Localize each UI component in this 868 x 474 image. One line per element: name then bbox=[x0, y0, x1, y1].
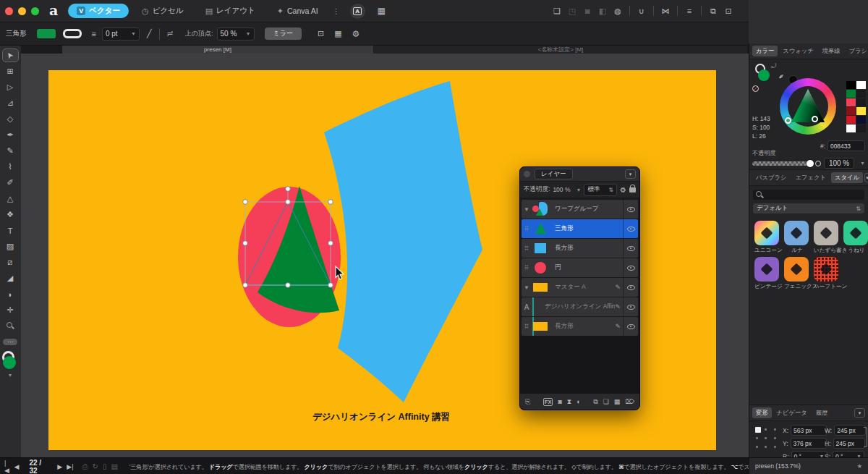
layers-panel-header[interactable]: レイヤー ▼ bbox=[520, 167, 639, 182]
style-item[interactable]: いたずら書き bbox=[814, 221, 840, 254]
panel-menu-chevron-icon[interactable]: ▼ bbox=[625, 169, 636, 179]
opacity-value[interactable]: 100 % bbox=[553, 186, 570, 193]
stroke-width-input[interactable]: 0 pt▼ bbox=[102, 27, 140, 41]
style-swatch[interactable] bbox=[784, 257, 809, 282]
swatch[interactable] bbox=[846, 116, 856, 124]
blend-mode-select[interactable]: 標準⇅ bbox=[584, 184, 617, 196]
style-swatch[interactable] bbox=[814, 257, 838, 282]
panel-close-icon[interactable] bbox=[524, 171, 530, 177]
panel-menu-chevron-icon[interactable]: ▼ bbox=[864, 173, 868, 182]
layer-row-circle[interactable]: ⠿ 円 bbox=[522, 258, 638, 277]
style-item[interactable]: ユニコーン bbox=[754, 221, 780, 254]
delete-layer-button[interactable]: ⌦ bbox=[625, 398, 634, 405]
shape-tool[interactable]: △ bbox=[3, 192, 18, 205]
vector-brush-tool[interactable]: ⌇ bbox=[3, 161, 18, 173]
w-input[interactable]: 245 px bbox=[834, 425, 866, 436]
last-page-button[interactable]: ▶| bbox=[67, 463, 73, 470]
device-preview-icon[interactable]: ▯ bbox=[103, 462, 107, 470]
fill-tool[interactable]: ◢ bbox=[3, 272, 18, 284]
handle-bottom-right[interactable] bbox=[328, 283, 333, 288]
layer-row-triangle[interactable]: ⠿ 三角形 bbox=[522, 219, 638, 238]
swatch[interactable] bbox=[856, 90, 866, 98]
boolean-intersect-button[interactable]: ◙ bbox=[580, 7, 595, 15]
style-swatch[interactable] bbox=[784, 221, 809, 245]
boolean-add-button[interactable]: ❏ bbox=[550, 7, 564, 16]
tab-color[interactable]: カラー bbox=[752, 46, 778, 56]
tab-swatches[interactable]: スウォッチ bbox=[779, 46, 817, 56]
new-pixel-layer-button[interactable]: ▦ bbox=[614, 398, 621, 405]
drag-handle-icon[interactable]: ⠿ bbox=[522, 323, 532, 330]
style-swatch[interactable] bbox=[754, 257, 779, 282]
style-item[interactable]: ルナ bbox=[784, 221, 810, 254]
color-wheel-triangle[interactable] bbox=[790, 88, 826, 124]
pen-tool[interactable]: ✒ bbox=[3, 129, 18, 141]
boolean-divide-button[interactable]: ◧ bbox=[595, 7, 610, 16]
persona-tab-vector[interactable]: V ベクター bbox=[68, 4, 129, 18]
flip-horizontal-button[interactable]: ⋈ bbox=[658, 7, 673, 16]
swatch[interactable] bbox=[846, 98, 856, 106]
previous-page-button[interactable]: ◀ bbox=[14, 463, 20, 470]
translate-button[interactable]: A bbox=[350, 4, 365, 19]
stack-view-icon[interactable]: ▤ bbox=[111, 462, 117, 470]
style-swatch[interactable] bbox=[754, 221, 779, 245]
shape-builder-tool[interactable]: ❖ bbox=[3, 208, 18, 221]
swatch[interactable] bbox=[846, 124, 856, 132]
snapping-button[interactable]: ∪ bbox=[634, 7, 649, 16]
swatch[interactable] bbox=[856, 107, 866, 115]
tab-effects[interactable]: エフェクト bbox=[791, 172, 829, 183]
tab-path-brushes[interactable]: パスブラシ bbox=[752, 172, 790, 183]
contour-tool[interactable]: ⊿ bbox=[3, 97, 18, 109]
handle-mid-right[interactable] bbox=[328, 241, 333, 246]
x-input[interactable]: 563 px bbox=[791, 425, 827, 436]
style-item[interactable]: ビンテージ bbox=[754, 257, 780, 290]
style-item[interactable]: ハーフトーン bbox=[814, 257, 840, 290]
live-filter-button[interactable]: ◐ bbox=[576, 398, 580, 405]
rotation-handle[interactable] bbox=[286, 187, 291, 192]
style-item[interactable]: うねり bbox=[843, 221, 868, 254]
styles-category-select[interactable]: デフォルト ⇅ bbox=[753, 203, 864, 213]
layer-effects-button[interactable]: FX bbox=[543, 398, 553, 406]
tab-styles[interactable]: スタイル bbox=[831, 172, 863, 183]
stroke-color-swatch[interactable] bbox=[63, 29, 82, 38]
new-layer-button[interactable]: ❏ bbox=[603, 398, 609, 405]
drag-handle-icon[interactable]: ⠿ bbox=[522, 265, 532, 271]
text-tool[interactable]: T bbox=[3, 224, 18, 237]
swatch[interactable] bbox=[846, 81, 856, 89]
no-fill-icon[interactable] bbox=[752, 85, 759, 92]
edit-all-layers-button[interactable]: ⎘ bbox=[525, 398, 530, 406]
handle-bottom-left[interactable] bbox=[243, 283, 248, 288]
lock-icon[interactable] bbox=[629, 187, 636, 192]
rotate-view-icon[interactable]: ↻ bbox=[92, 462, 98, 470]
handle-top-left[interactable] bbox=[243, 200, 248, 205]
swatch[interactable] bbox=[856, 81, 866, 89]
boolean-subtract-button[interactable]: ◳ bbox=[565, 7, 579, 16]
fill-stroke-indicator[interactable] bbox=[1, 351, 19, 371]
snap-grid-icon[interactable]: ▦ bbox=[334, 29, 341, 38]
tab-transform[interactable]: 変形 bbox=[752, 407, 772, 418]
visibility-toggle[interactable] bbox=[623, 278, 638, 297]
tab-brushes[interactable]: ブラシ bbox=[846, 46, 868, 56]
gear-icon[interactable]: ⚙ bbox=[352, 29, 360, 39]
drag-handle-icon[interactable]: ⠿ bbox=[522, 226, 532, 232]
adjustment-layer-button[interactable]: ⧗ bbox=[567, 398, 571, 406]
more-tools-button[interactable]: ⋯ bbox=[3, 339, 17, 345]
opacity-value-input[interactable]: 100 % bbox=[824, 158, 854, 169]
paint-brush-tool[interactable]: ✐ bbox=[3, 177, 18, 189]
node-tool[interactable]: ▷ bbox=[3, 81, 18, 93]
layer-row-text[interactable]: A デジハリオンライン Affini... ✎ bbox=[522, 297, 638, 316]
studio-grid-button[interactable]: ▦ bbox=[374, 4, 389, 19]
edit-pencil-icon[interactable]: ✎ bbox=[615, 323, 621, 330]
swatch[interactable] bbox=[856, 98, 866, 106]
persona-tab-layout[interactable]: ▤ レイアウト bbox=[197, 4, 264, 18]
fill-color-circle[interactable] bbox=[758, 69, 770, 81]
tab-navigator[interactable]: ナビゲータ bbox=[773, 407, 811, 418]
vector-crop-tool[interactable]: ⧄ bbox=[3, 256, 18, 268]
visibility-toggle[interactable] bbox=[623, 317, 638, 336]
duplicate-layer-button[interactable]: ⧉ bbox=[593, 398, 597, 406]
layer-row-rectangle[interactable]: ⠿ 長方形 bbox=[522, 239, 638, 258]
visibility-toggle[interactable] bbox=[623, 297, 638, 316]
next-page-button[interactable]: ▶ bbox=[57, 463, 62, 470]
handle-top-center[interactable] bbox=[286, 200, 291, 205]
swatch[interactable] bbox=[856, 116, 866, 124]
persona-tab-pixel[interactable]: ◷ ピクセル bbox=[133, 4, 192, 18]
